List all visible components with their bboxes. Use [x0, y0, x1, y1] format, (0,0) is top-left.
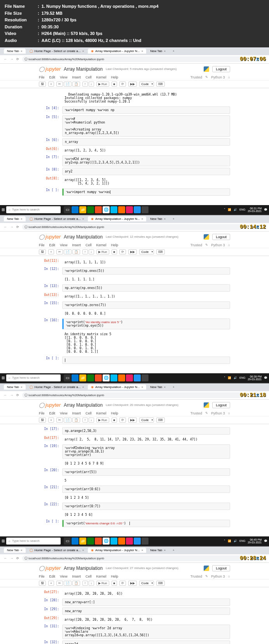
- cut-button[interactable]: ✂: [56, 82, 63, 87]
- reload-icon[interactable]: ⟳: [16, 225, 19, 229]
- back-icon[interactable]: ←: [4, 393, 7, 397]
- run-button[interactable]: ▶ Run: [96, 581, 109, 586]
- app-icon[interactable]: [95, 206, 102, 213]
- restart-run-button[interactable]: ▶▶: [128, 418, 137, 423]
- taskbar-search[interactable]: ⌕Type here to search: [6, 538, 61, 545]
- task-view-icon[interactable]: ▭: [64, 538, 71, 545]
- notebook-body[interactable]: Downloading numpy-1.20.1-cp39-cp39-win_a…: [0, 88, 269, 205]
- paste-button[interactable]: 📋: [72, 82, 80, 87]
- menu-help[interactable]: Help: [111, 75, 118, 79]
- move-down-button[interactable]: ↓: [89, 581, 94, 586]
- code-cell[interactable]: In [ ]: "nb">print("elements change 0:6 …: [39, 520, 230, 527]
- notebook-title[interactable]: Array Manipulation: [64, 566, 103, 571]
- cell-content[interactable]: "nb">print(arr[5]): [62, 468, 230, 476]
- notebook-body[interactable]: In [17]: np.arange(2,50,3) Out[17]: arra…: [0, 424, 269, 536]
- menu-kernel[interactable]: Kernel: [96, 75, 106, 79]
- restart-run-button[interactable]: ▶▶: [128, 82, 137, 87]
- app-icon[interactable]: [126, 374, 133, 381]
- jupyter-logo[interactable]: jupyter: [39, 565, 61, 571]
- menu-cell[interactable]: Cell: [86, 243, 92, 247]
- code-cell[interactable]: In [4]: "kw">import numpy "kw">as np: [39, 106, 230, 114]
- menu-kernel[interactable]: Kernel: [96, 243, 106, 247]
- paste-button[interactable]: 📋: [72, 581, 80, 586]
- code-cell[interactable]: In [28]: new_array=arr[:]: [39, 599, 230, 606]
- cut-button[interactable]: ✂: [56, 249, 63, 254]
- copy-button[interactable]: 📄: [64, 418, 72, 423]
- pencil-icon[interactable]: ✎: [205, 75, 208, 79]
- browser-tab[interactable]: New Tab×: [147, 385, 169, 390]
- language-indicator[interactable]: ENG: [239, 208, 245, 211]
- explorer-icon[interactable]: 📁: [79, 374, 86, 381]
- close-icon[interactable]: ×: [82, 217, 84, 221]
- browser-tab[interactable]: New Tab×: [147, 548, 169, 553]
- volume-icon[interactable]: 🔊: [234, 376, 237, 379]
- command-palette-button[interactable]: ⌨: [156, 249, 165, 254]
- logout-button[interactable]: Logout: [212, 402, 230, 408]
- code-cell[interactable]: In [31]: "cm">#indexing "kw">for 2d arra…: [39, 625, 230, 639]
- code-cell[interactable]: In [32]: array2d: [39, 641, 230, 644]
- pencil-icon[interactable]: ✎: [205, 574, 208, 578]
- celltype-dropdown[interactable]: Code: [139, 82, 154, 87]
- paste-button[interactable]: 📋: [72, 418, 80, 423]
- app-icon[interactable]: [110, 374, 117, 381]
- code-cell[interactable]: In [16]: "nb">print("An identity matrix …: [39, 319, 230, 329]
- store-icon[interactable]: [87, 538, 94, 545]
- new-tab-button[interactable]: +: [169, 385, 178, 389]
- cell-content[interactable]: ary2: [62, 168, 230, 175]
- browser-tab[interactable]: New Tab×: [4, 385, 26, 390]
- stop-button[interactable]: ■: [112, 82, 117, 87]
- chrome-icon[interactable]: 🌐: [103, 206, 110, 213]
- app-icon[interactable]: [126, 206, 133, 213]
- menu-edit[interactable]: Edit: [49, 574, 56, 578]
- back-icon[interactable]: ←: [4, 225, 7, 229]
- stop-button[interactable]: ■: [112, 249, 117, 254]
- app-icon[interactable]: [134, 538, 141, 545]
- browser-tab-active[interactable]: ◉Array Manipulation - Jupyter N...×: [88, 548, 146, 553]
- store-icon[interactable]: [87, 206, 94, 213]
- browser-tab[interactable]: New Tab×: [147, 49, 169, 54]
- code-cell[interactable]: In [29]: new_array: [39, 607, 230, 615]
- volume-icon[interactable]: 🔊: [234, 208, 237, 211]
- close-icon[interactable]: ×: [82, 49, 84, 53]
- notebook-body[interactable]: 1d array. Out[27]: array([20, 20, 20, 20…: [0, 587, 269, 644]
- save-button[interactable]: 🖫: [39, 82, 46, 87]
- cell-content[interactable]: "nb">print(arr[0:7]): [62, 503, 230, 510]
- close-icon[interactable]: ×: [21, 217, 23, 221]
- browser-tab[interactable]: New Tab×: [4, 216, 26, 221]
- menu-edit[interactable]: Edit: [49, 243, 56, 247]
- notifications-icon[interactable]: 💬: [264, 208, 267, 211]
- cell-content[interactable]: new_array: [62, 607, 230, 615]
- notebook-title[interactable]: Array Manipulation: [64, 66, 103, 72]
- close-icon[interactable]: ×: [164, 217, 166, 221]
- menu-cell[interactable]: Cell: [86, 574, 92, 578]
- menu-insert[interactable]: Insert: [72, 574, 81, 578]
- wifi-icon[interactable]: 📶: [228, 376, 231, 379]
- run-button[interactable]: ▶ Run: [96, 82, 109, 87]
- chrome-icon[interactable]: 🌐: [103, 374, 110, 381]
- move-up-button[interactable]: ↑: [82, 82, 88, 87]
- cell-content[interactable]: np.arange(2,50,3): [62, 427, 230, 435]
- notifications-icon[interactable]: 💬: [264, 376, 267, 379]
- save-button[interactable]: 🖫: [39, 581, 46, 586]
- taskbar-search[interactable]: ⌕Type here to search: [6, 374, 61, 381]
- add-cell-button[interactable]: +: [48, 82, 54, 87]
- browser-tab-active[interactable]: ◉Array Manipulation - Jupyter N...×: [88, 216, 146, 221]
- save-button[interactable]: 🖫: [39, 418, 46, 423]
- menu-insert[interactable]: Insert: [72, 243, 81, 247]
- reload-icon[interactable]: ⟳: [16, 393, 19, 397]
- jupyter-logo[interactable]: jupyter: [39, 234, 61, 240]
- browser-tab[interactable]: ◯Home Page - Select or create a...×: [26, 548, 87, 553]
- move-down-button[interactable]: ↓: [89, 418, 94, 423]
- close-icon[interactable]: ×: [21, 385, 23, 389]
- code-cell[interactable]: In [19]: "cm">#Indexing "kw">in array ar…: [39, 444, 230, 459]
- menu-view[interactable]: View: [60, 411, 67, 415]
- new-tab-button[interactable]: +: [169, 548, 178, 552]
- code-cell[interactable]: In [13]: np.array(np.ones(5)): [39, 284, 230, 292]
- code-cell[interactable]: In [7]: "cm">#2d array ary2=np.array([[1…: [39, 155, 230, 166]
- browser-tab[interactable]: New Tab×: [4, 548, 26, 553]
- url-input[interactable]: ⓘ localhost:8888/notebooks/Array%20Manip…: [22, 224, 242, 230]
- code-cell[interactable]: In [12]: "nb">print(np.ones(5)): [39, 267, 230, 275]
- cell-content[interactable]: "kw">import numpy "kw">as np: [62, 106, 230, 114]
- language-indicator[interactable]: ENG: [239, 540, 245, 542]
- menu-help[interactable]: Help: [111, 411, 118, 415]
